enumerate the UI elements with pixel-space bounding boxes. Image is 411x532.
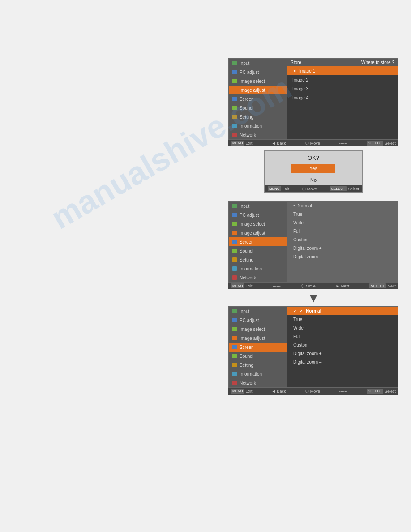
- menu-item-input-s2[interactable]: Input: [229, 307, 287, 316]
- screen-opt-normal-2[interactable]: ✓ Normal: [287, 307, 398, 315]
- screen-opt-dzoom-plus-1[interactable]: Digital zoom +: [287, 244, 398, 253]
- screen-opt-custom-label-2: Custom: [293, 343, 308, 348]
- menu-item-info-s1[interactable]: Information: [229, 264, 287, 273]
- screen-opt-normal-1[interactable]: Normal: [287, 202, 398, 210]
- screen-opt-custom-1[interactable]: Custom: [287, 236, 398, 244]
- screen-opt-true-2[interactable]: True: [287, 315, 398, 324]
- menu-item-setting-s1[interactable]: Setting: [229, 255, 287, 264]
- setting-icon-s2: [231, 362, 238, 368]
- info-icon-1: [231, 123, 238, 129]
- store-item-1[interactable]: ◄ Image 1: [287, 66, 398, 75]
- label-network-s2: Network: [240, 381, 256, 386]
- menu-item-input-s1[interactable]: Input: [229, 202, 287, 210]
- store-item-2[interactable]: Image 2: [287, 75, 398, 84]
- menu-item-imgadj-1[interactable]: Image adjust ◄: [229, 86, 287, 94]
- ok-yes-button[interactable]: Yes: [291, 164, 335, 173]
- menu-item-screen-1[interactable]: Screen: [229, 94, 287, 103]
- menu-label-input-1: Input: [240, 61, 249, 66]
- screen-opt-normal-label-2: Normal: [306, 309, 321, 313]
- menu-item-sound-1[interactable]: Sound: [229, 103, 287, 112]
- back-arrow-1: ◄: [272, 141, 276, 146]
- menu-item-sound-s2[interactable]: Sound: [229, 352, 287, 360]
- active-arrow-1: ◄: [279, 88, 284, 93]
- page-border-bottom: [9, 507, 402, 507]
- menu-item-setting-s2[interactable]: Setting: [229, 360, 287, 369]
- menu-item-imgadj-s1[interactable]: Image adjust: [229, 228, 287, 237]
- store-item-label-3: Image 3: [292, 86, 308, 91]
- screen-opt-dzoom-minus-1[interactable]: Digital zoom –: [287, 253, 398, 261]
- menu-item-imgsel-s2[interactable]: Image select: [229, 325, 287, 334]
- s1-exit-label: Exit: [246, 284, 253, 288]
- ok-status-move: ⬡ Move: [302, 187, 317, 191]
- menu-item-input-1[interactable]: Input: [229, 59, 287, 68]
- screen-opt-wide-2[interactable]: Wide: [287, 324, 398, 332]
- s1-next-arrow: ►: [336, 284, 340, 288]
- menu-item-network-s1[interactable]: Network: [229, 273, 287, 282]
- s2-status-move: ⬡ Move: [305, 389, 320, 394]
- active-arrow-s1: ►: [279, 240, 284, 245]
- store-item-3[interactable]: Image 3: [287, 84, 398, 93]
- menu-item-pcadj-s1[interactable]: PC adjust: [229, 210, 287, 219]
- ui-container: Input PC adjust Image select Image adjus…: [228, 58, 398, 397]
- status-exit-1: MENU Exit: [231, 141, 253, 146]
- ok-no-button[interactable]: No: [265, 176, 362, 185]
- s2-exit-label: Exit: [246, 389, 253, 394]
- input-icon-s2: [231, 308, 238, 314]
- store-panel: Store Where to store ? ◄ Image 1 Image 2…: [287, 59, 398, 139]
- menu-item-screen-s2[interactable]: Screen ◄: [229, 343, 287, 352]
- screen-opt-dzoom-plus-2[interactable]: Digital zoom +: [287, 349, 398, 358]
- status-move-1: ⬡ Move: [305, 141, 320, 146]
- menu-item-pcadj-s2[interactable]: PC adjust: [229, 316, 287, 325]
- screen-opt-true-1[interactable]: True: [287, 210, 398, 219]
- imgadj-icon-s2: [231, 335, 238, 341]
- s1-move-icon: ⬡: [301, 284, 304, 288]
- page-border-top: [9, 25, 402, 25]
- screen-opt-dzoom-minus-2[interactable]: Digital zoom –: [287, 358, 398, 366]
- s2-move-icon: ⬡: [305, 389, 309, 394]
- menu-item-info-1[interactable]: Information: [229, 121, 287, 130]
- s2-status-back: ◄ Back: [272, 389, 286, 394]
- s1-dash: ------: [273, 284, 281, 288]
- menu-item-pcadj-1[interactable]: PC adjust: [229, 68, 287, 77]
- screen-opt-full-1[interactable]: Full: [287, 227, 398, 236]
- screen-options-1: Normal True Wide Full Custom Digital zoo…: [287, 202, 398, 282]
- menu-item-imgadj-s2[interactable]: Image adjust: [229, 334, 287, 343]
- menu-item-info-s2[interactable]: Information: [229, 369, 287, 378]
- ok-dialog-wrapper: OK? Yes No MENU Exit ⬡ Move SELECT Selec…: [228, 150, 398, 197]
- menu-item-sound-s1[interactable]: Sound: [229, 246, 287, 255]
- label-screen-s1: Screen: [240, 240, 254, 245]
- imgadj-icon-s1: [231, 230, 238, 236]
- menu-item-screen-s1[interactable]: Screen ►: [229, 237, 287, 246]
- menu-ui-1: Input PC adjust Image select Image adjus…: [228, 58, 398, 140]
- label-setting-s1: Setting: [240, 257, 253, 262]
- screen-opt-true-label-1: True: [293, 212, 302, 217]
- ok-title: OK?: [265, 151, 362, 164]
- screen-opt-full-2[interactable]: Full: [287, 332, 398, 341]
- screen-opt-dzoom-plus-label-1: Digital zoom +: [293, 246, 322, 251]
- label-network-s1: Network: [240, 275, 256, 280]
- store-item-4[interactable]: Image 4: [287, 93, 398, 102]
- menu-item-network-s2[interactable]: Network: [229, 378, 287, 387]
- imgadj-icon: [231, 87, 238, 93]
- menu-item-imgsel-1[interactable]: Image select: [229, 77, 287, 86]
- status-select-1: SELECT Select: [367, 141, 396, 146]
- label-input-s2: Input: [240, 309, 249, 314]
- screen-opt-wide-1[interactable]: Wide: [287, 219, 398, 227]
- s1-menu-key: MENU: [231, 283, 244, 288]
- menu-item-setting-1[interactable]: Setting: [229, 112, 287, 121]
- store-label: Store: [291, 60, 301, 65]
- menu-item-imgsel-s1[interactable]: Image select: [229, 219, 287, 228]
- screen-icon-s1: [231, 239, 238, 245]
- s1-status-dash: ------: [273, 284, 281, 288]
- input-icon-s1: [231, 203, 238, 209]
- back-label-1: Back: [277, 141, 286, 146]
- screen-opt-wide-label-1: Wide: [293, 220, 304, 225]
- label-pcadj-s1: PC adjust: [240, 213, 259, 218]
- screen-opt-custom-2[interactable]: Custom: [287, 341, 398, 349]
- s1-select-label: Next: [387, 284, 396, 288]
- menu-item-network-1[interactable]: Network: [229, 130, 287, 139]
- screen-opt-dzoom-minus-label-2: Digital zoom –: [293, 360, 321, 365]
- info-icon-s1: [231, 266, 238, 272]
- s2-select-label: Select: [385, 389, 396, 394]
- store-header: Store Where to store ?: [287, 59, 398, 66]
